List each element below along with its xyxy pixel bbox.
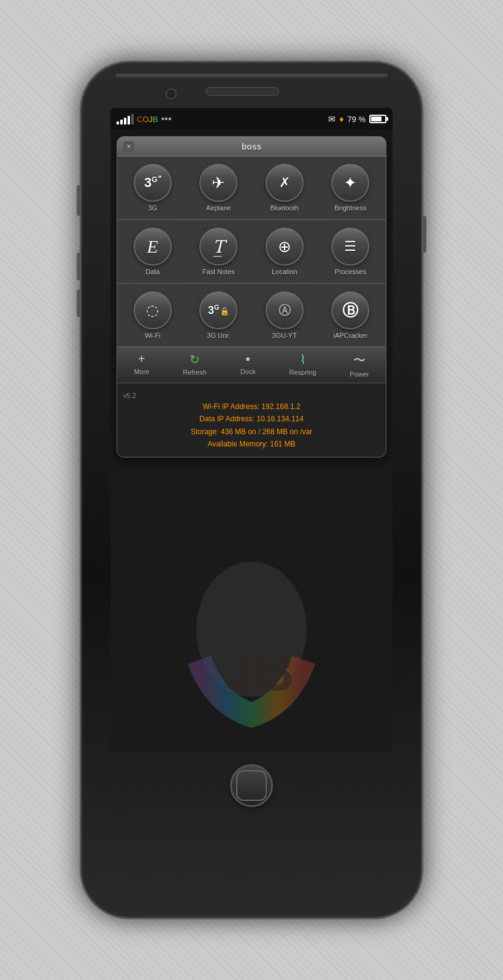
status-left: COJB ••• xyxy=(117,113,172,124)
sbs-item-fastnotes[interactable]: T̲ Fast Notes xyxy=(186,223,252,280)
sbs-item-3guyt[interactable]: Ⓐ 3GU-YT xyxy=(252,286,318,344)
toolbar-more[interactable]: + More xyxy=(134,352,149,378)
sbs-panel: × boss 3Gʺ 3G ✈ Airplane xyxy=(117,136,386,457)
3guyt-label: 3GU-YT xyxy=(272,332,297,339)
phone-outer: COJB ••• ✉ ♦ 79 % × xyxy=(80,61,423,919)
3guyt-icon: Ⓐ xyxy=(278,302,291,319)
refresh-icon: ↻ xyxy=(190,352,200,367)
3gunr-label: 3G Unr. xyxy=(207,332,230,339)
sbs-item-iapcracker[interactable]: Ⓑ iAPCracker xyxy=(318,286,384,344)
front-camera xyxy=(166,88,177,99)
sbs-grid-row1: 3Gʺ 3G ✈ Airplane ✗ Bluetoo xyxy=(117,156,386,219)
sensor xyxy=(286,83,298,94)
sbs-item-location[interactable]: ⊕ Location xyxy=(252,223,318,280)
signal-bars xyxy=(117,114,134,124)
signal-bar-4 xyxy=(128,116,130,124)
processes-icon-wrap: ☰ xyxy=(331,228,369,266)
toolbar-dock[interactable]: ▪ Dock xyxy=(240,352,256,378)
3gunr-icon: 3G🔒 xyxy=(208,304,229,317)
iapcracker-label: iAPCracker xyxy=(333,332,367,339)
storage-line: Storage: 436 MB on / 268 MB on /var xyxy=(123,426,380,438)
toolbar-refresh[interactable]: ↻ Refresh xyxy=(183,352,207,378)
location-label: Location xyxy=(272,268,298,275)
power-icon: 〜 xyxy=(353,352,366,369)
sbs-item-processes[interactable]: ☰ Processes xyxy=(318,223,384,280)
brightness-label: Brightness xyxy=(334,204,366,212)
toolbar-respring[interactable]: ⌇ Respring xyxy=(290,352,317,378)
data-label: Data xyxy=(145,268,159,275)
bluetooth-icon: ✗ xyxy=(279,175,290,191)
wifi-label: Wi-Fi xyxy=(145,332,161,339)
sbs-item-airplane[interactable]: ✈ Airplane xyxy=(186,159,252,216)
sbs-item-data[interactable]: E Data xyxy=(120,223,186,280)
status-dots: ••• xyxy=(161,113,172,124)
home-button[interactable] xyxy=(230,764,273,807)
iapcracker-icon-wrap: Ⓑ xyxy=(331,291,369,329)
sbs-header: × boss xyxy=(117,137,386,156)
respring-icon: ⌇ xyxy=(300,352,306,367)
version-label: v5.2 xyxy=(123,392,136,399)
iapcracker-icon: Ⓑ xyxy=(342,300,358,321)
more-icon: + xyxy=(138,352,145,366)
cojb-c: C xyxy=(137,115,142,124)
mute-switch[interactable] xyxy=(77,185,80,216)
carrier-label: COJB xyxy=(137,115,158,124)
location-icon: ♦ xyxy=(339,114,344,124)
sbs-grid-row3: ◌ Wi-Fi 3G🔒 3G Unr. Ⓐ 3GU- xyxy=(117,284,386,346)
3g-icon-wrap: 3Gʺ xyxy=(134,164,172,202)
volume-down-button[interactable] xyxy=(77,289,80,317)
home-area xyxy=(230,764,273,807)
airplane-icon: ✈ xyxy=(212,174,225,193)
respring-label: Respring xyxy=(290,369,317,376)
processes-label: Processes xyxy=(335,268,366,275)
fastnotes-icon-wrap: T̲ xyxy=(199,228,237,266)
battery-icon xyxy=(369,115,386,123)
signal-bar-5 xyxy=(131,114,134,124)
wifi-icon: ◌ xyxy=(146,302,159,319)
sbs-item-wifi[interactable]: ◌ Wi-Fi xyxy=(120,286,186,344)
airplane-label: Airplane xyxy=(206,204,231,212)
volume-up-button[interactable] xyxy=(77,253,80,280)
brightness-icon-wrap: ✦ xyxy=(331,164,369,202)
dock-label: Dock xyxy=(240,368,256,375)
signal-bar-3 xyxy=(124,118,126,124)
power-button[interactable] xyxy=(423,216,426,253)
dock-icon: ▪ xyxy=(246,352,250,366)
battery-fill xyxy=(371,117,382,121)
bluetooth-icon-wrap: ✗ xyxy=(266,164,304,202)
svg-text:JB: JB xyxy=(224,641,294,702)
sbs-grid-row2: E Data T̲ Fast Notes ⊕ Loca xyxy=(117,220,386,283)
sbs-item-bluetooth[interactable]: ✗ Bluetooth xyxy=(252,159,318,216)
brightness-icon: ✦ xyxy=(344,174,357,193)
3g-icon: 3Gʺ xyxy=(144,175,161,191)
panel-title: boss xyxy=(242,142,262,151)
earpiece-speaker xyxy=(205,87,279,96)
sbs-info-panel: v5.2 Wi-Fi IP Address: 192.168.1.2 Data … xyxy=(117,383,386,457)
sbs-item-3gunr[interactable]: 3G🔒 3G Unr. xyxy=(186,286,252,344)
location-icon-wrap: ⊕ xyxy=(266,228,304,266)
close-button[interactable]: × xyxy=(123,141,134,152)
sbs-toolbar: + More ↻ Refresh ▪ Dock ⌇ Respring xyxy=(117,346,386,383)
fastnotes-icon: T̲ xyxy=(213,237,225,257)
toolbar-power[interactable]: 〜 Power xyxy=(350,352,369,378)
memory-line: Available Memory: 161 MB xyxy=(123,438,380,450)
status-bar: COJB ••• ✉ ♦ 79 % xyxy=(110,108,393,130)
more-label: More xyxy=(134,368,149,375)
wifi-ip-line: Wi-Fi IP Address: 192.168.1.2 xyxy=(123,400,380,413)
screen-background: × boss 3Gʺ 3G ✈ Airplane xyxy=(110,130,393,752)
signal-bar-2 xyxy=(120,120,123,124)
3gunr-icon-wrap: 3G🔒 xyxy=(199,291,237,329)
wifi-icon-wrap: ◌ xyxy=(134,291,172,329)
sbs-item-3g[interactable]: 3Gʺ 3G xyxy=(120,159,186,216)
3guyt-icon-wrap: Ⓐ xyxy=(266,291,304,329)
home-button-inner xyxy=(236,770,267,801)
data-ip-line: Data IP Address: 10.16.134.114 xyxy=(123,413,380,425)
status-right: ✉ ♦ 79 % xyxy=(328,114,386,124)
signal-bar-1 xyxy=(117,121,119,124)
processes-icon: ☰ xyxy=(344,239,356,255)
refresh-label: Refresh xyxy=(183,369,207,376)
cojb-b: B xyxy=(153,115,158,124)
sbs-item-brightness[interactable]: ✦ Brightness xyxy=(318,159,384,216)
envelope-icon: ✉ xyxy=(328,114,336,124)
airplane-icon-wrap: ✈ xyxy=(199,164,237,202)
